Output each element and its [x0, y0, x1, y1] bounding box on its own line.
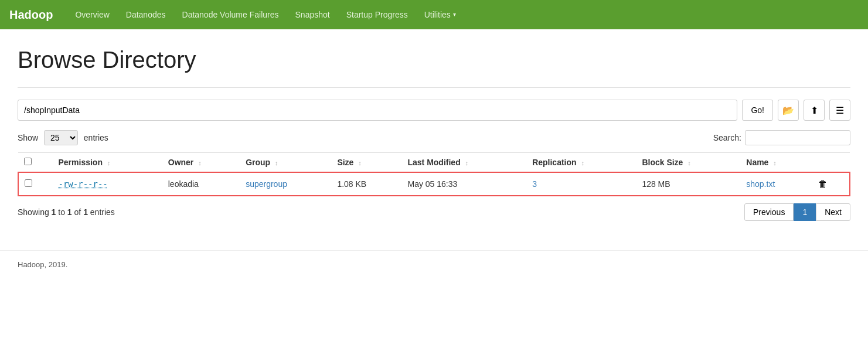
list-icon-button[interactable]: ☰ [829, 100, 850, 121]
select-all-checkbox[interactable] [24, 158, 32, 165]
folder-icon: 📂 [782, 105, 794, 116]
row-replication: 3 [526, 172, 636, 196]
next-button[interactable]: Next [816, 203, 850, 221]
row-checkbox-cell [18, 172, 52, 196]
pagination: Previous 1 Next [744, 203, 850, 221]
row-size: 1.08 KB [331, 172, 401, 196]
search-label: Search: [713, 133, 741, 142]
nav-utilities-wrap: Utilities ▾ [416, 0, 464, 29]
table-header: Permission ↕ Owner ↕ Group ↕ Size ↕ Last… [18, 153, 850, 173]
row-delete-cell: 🗑 [812, 172, 850, 196]
nav-utilities-dropdown[interactable]: Utilities ▾ [416, 0, 464, 29]
footer-text: Hadoop, 2019. [18, 260, 67, 269]
sort-block-size-icon: ↕ [687, 159, 691, 166]
nav-snapshot[interactable]: Snapshot [287, 0, 338, 29]
footer: Hadoop, 2019. [0, 250, 868, 278]
search-wrap: Search: [713, 130, 850, 145]
col-block-size[interactable]: Block Size ↕ [636, 153, 740, 173]
go-button[interactable]: Go! [742, 100, 773, 121]
bottom-row: Showing 1 to 1 of 1 entries Previous 1 N… [18, 203, 850, 221]
brand-logo: Hadoop [9, 8, 53, 22]
row-owner: leokadia [162, 172, 240, 196]
navbar: Hadoop Overview Datanodes Datanode Volum… [0, 0, 868, 29]
sort-size-icon: ↕ [358, 159, 362, 166]
col-owner[interactable]: Owner ↕ [162, 153, 240, 173]
sort-name-icon: ↕ [773, 159, 777, 166]
show-entries-wrap: Show 10 25 50 100 entries [18, 130, 108, 145]
folder-icon-button[interactable]: 📂 [778, 100, 799, 121]
row-last-modified: May 05 16:33 [401, 172, 526, 196]
col-size[interactable]: Size ↕ [331, 153, 401, 173]
sort-replication-icon: ↕ [581, 159, 584, 166]
entries-label: entries [84, 133, 108, 142]
range-end: 1 [67, 207, 72, 217]
show-label: Show [18, 133, 38, 142]
col-replication[interactable]: Replication ↕ [526, 153, 636, 173]
main-content: Browse Directory Go! 📂 ⬆ ☰ Show 10 25 50… [0, 29, 868, 233]
current-page-button[interactable]: 1 [794, 203, 816, 221]
search-input[interactable] [745, 130, 850, 145]
nav-datanode-volume-failures[interactable]: Datanode Volume Failures [174, 0, 287, 29]
utilities-caret-icon: ▾ [453, 0, 456, 29]
col-name[interactable]: Name ↕ [740, 153, 812, 173]
total-count: 1 [83, 207, 88, 217]
showing-text: Showing 1 to 1 of 1 entries [18, 207, 115, 217]
row-replication-link[interactable]: 3 [532, 179, 537, 189]
row-block-size: 128 MB [636, 172, 740, 196]
row-checkbox[interactable] [25, 179, 32, 187]
previous-button[interactable]: Previous [744, 203, 794, 221]
col-checkbox [18, 153, 52, 173]
path-bar: Go! 📂 ⬆ ☰ [18, 100, 850, 121]
title-divider [18, 87, 850, 88]
col-actions [812, 153, 850, 173]
row-name: shop.txt [740, 172, 812, 196]
col-permission[interactable]: Permission ↕ [52, 153, 162, 173]
upload-icon-button[interactable]: ⬆ [804, 100, 825, 121]
show-entries-select[interactable]: 10 25 50 100 [44, 130, 78, 145]
range-start: 1 [52, 207, 56, 217]
row-name-link[interactable]: shop.txt [746, 179, 775, 189]
sort-owner-icon: ↕ [198, 159, 202, 166]
col-last-modified[interactable]: Last Modified ↕ [401, 153, 526, 173]
row-group: supergroup [240, 172, 331, 196]
table-body: -rw-r--r-- leokadia supergroup 1.08 KB M… [18, 172, 850, 196]
sort-group-icon: ↕ [275, 159, 278, 166]
directory-table: Permission ↕ Owner ↕ Group ↕ Size ↕ Last… [18, 152, 850, 196]
nav-startup-progress[interactable]: Startup Progress [338, 0, 416, 29]
page-title: Browse Directory [18, 47, 850, 73]
row-group-link[interactable]: supergroup [246, 179, 287, 189]
table-row: -rw-r--r-- leokadia supergroup 1.08 KB M… [18, 172, 850, 196]
nav-datanodes[interactable]: Datanodes [118, 0, 174, 29]
row-permission: -rw-r--r-- [52, 172, 162, 196]
path-input[interactable] [18, 100, 737, 121]
upload-icon: ⬆ [811, 105, 818, 116]
col-group[interactable]: Group ↕ [240, 153, 331, 173]
nav-overview[interactable]: Overview [67, 0, 117, 29]
list-icon: ☰ [836, 105, 844, 116]
sort-last-modified-icon: ↕ [465, 159, 469, 166]
row-delete-button[interactable]: 🗑 [818, 179, 828, 189]
controls-row: Show 10 25 50 100 entries Search: [18, 130, 850, 145]
sort-permission-icon: ↕ [107, 159, 111, 166]
